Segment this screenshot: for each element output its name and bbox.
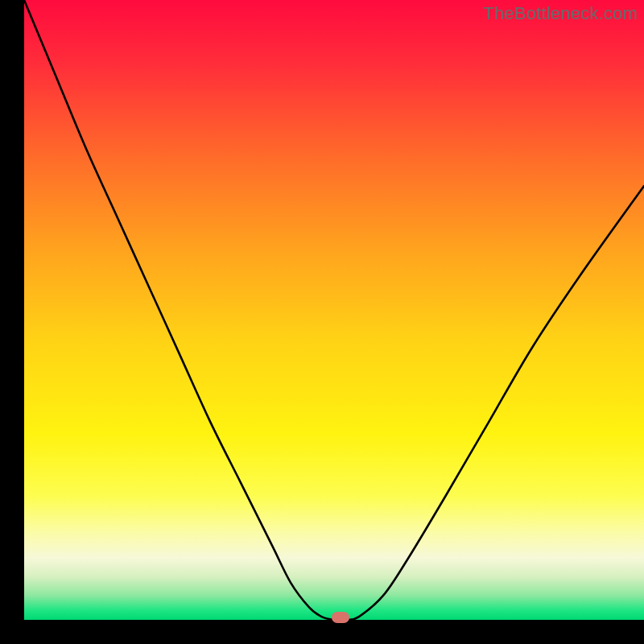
bottleneck-chart: TheBottleneck.com bbox=[24, 0, 644, 620]
bottleneck-curve bbox=[24, 0, 644, 620]
watermark-text: TheBottleneck.com bbox=[483, 3, 638, 24]
optimal-point-marker bbox=[332, 612, 349, 623]
